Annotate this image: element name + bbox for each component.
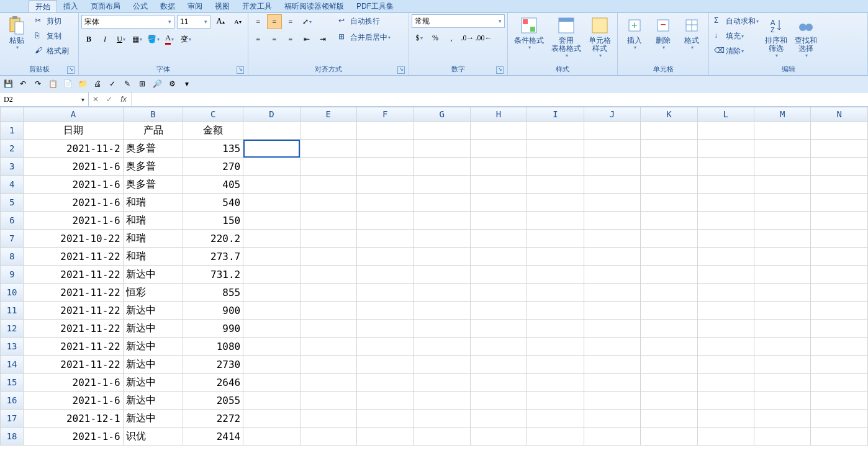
- cell-E6[interactable]: [300, 212, 356, 230]
- cell-J6[interactable]: [584, 212, 640, 230]
- cell-L5[interactable]: [697, 194, 754, 212]
- insert-cells-button[interactable]: +插入▾: [620, 14, 649, 52]
- cell-C12[interactable]: 990: [183, 320, 243, 338]
- cell-D7[interactable]: [243, 230, 300, 248]
- cell-A7[interactable]: 2021-10-22: [24, 230, 123, 248]
- cell-A2[interactable]: 2021-11-2: [24, 140, 123, 158]
- col-header-K[interactable]: K: [641, 107, 697, 122]
- undo-button[interactable]: ↶: [17, 78, 29, 89]
- cell-B13[interactable]: 新达中: [123, 338, 183, 356]
- cell-G10[interactable]: [414, 284, 470, 302]
- tab-review[interactable]: 审阅: [181, 0, 209, 12]
- col-header-C[interactable]: C: [183, 107, 243, 122]
- italic-button[interactable]: I: [97, 32, 112, 47]
- cell-D5[interactable]: [243, 194, 300, 212]
- qat-btn-8[interactable]: ✓: [107, 78, 118, 89]
- cell-H10[interactable]: [470, 284, 527, 302]
- row-header-9[interactable]: 9: [1, 266, 24, 284]
- cell-G16[interactable]: [414, 392, 470, 410]
- dialog-launcher-icon[interactable]: ↘: [237, 66, 244, 74]
- cell-N18[interactable]: [811, 428, 868, 446]
- formula-input[interactable]: [132, 92, 868, 106]
- align-right-button[interactable]: ≡: [283, 32, 298, 47]
- row-header-3[interactable]: 3: [1, 158, 24, 176]
- cell-M16[interactable]: [754, 392, 810, 410]
- cell-K11[interactable]: [641, 302, 697, 320]
- cell-K2[interactable]: [641, 140, 697, 158]
- fx-button[interactable]: fx: [116, 92, 132, 106]
- cell-F14[interactable]: [357, 356, 414, 374]
- cell-N5[interactable]: [811, 194, 868, 212]
- cell-E17[interactable]: [300, 410, 356, 428]
- qat-btn-11[interactable]: 🔎: [151, 78, 163, 89]
- qat-btn-10[interactable]: ⊞: [137, 78, 148, 89]
- decrease-decimal-button[interactable]: .00←: [476, 30, 491, 45]
- cell-A9[interactable]: 2021-11-22: [24, 266, 123, 284]
- cell-N4[interactable]: [811, 176, 868, 194]
- cell-I9[interactable]: [527, 266, 584, 284]
- cell-F5[interactable]: [357, 194, 414, 212]
- cell-H2[interactable]: [470, 140, 527, 158]
- cell-C11[interactable]: 900: [183, 302, 243, 320]
- cell-G2[interactable]: [414, 140, 470, 158]
- cell-I17[interactable]: [527, 410, 584, 428]
- cell-F18[interactable]: [357, 428, 414, 446]
- col-header-E[interactable]: E: [300, 107, 356, 122]
- orientation-button[interactable]: ⤢▾: [299, 14, 314, 29]
- cell-F17[interactable]: [357, 410, 414, 428]
- cell-H13[interactable]: [470, 338, 527, 356]
- cell-B7[interactable]: 和瑞: [123, 230, 183, 248]
- cell-M15[interactable]: [754, 374, 810, 392]
- cell-A4[interactable]: 2021-1-6: [24, 176, 123, 194]
- cell-J5[interactable]: [584, 194, 640, 212]
- cell-N16[interactable]: [811, 392, 868, 410]
- cell-M3[interactable]: [754, 158, 810, 176]
- cell-E9[interactable]: [300, 266, 356, 284]
- row-header-10[interactable]: 10: [1, 284, 24, 302]
- cell-C16[interactable]: 2055: [183, 392, 243, 410]
- row-header-18[interactable]: 18: [1, 428, 24, 446]
- border-button[interactable]: ▦▾: [130, 32, 145, 47]
- cell-B16[interactable]: 新达中: [123, 392, 183, 410]
- cell-H7[interactable]: [470, 230, 527, 248]
- cell-G4[interactable]: [414, 176, 470, 194]
- cell-H6[interactable]: [470, 212, 527, 230]
- row-header-17[interactable]: 17: [1, 410, 24, 428]
- tab-developer[interactable]: 开发工具: [236, 0, 278, 12]
- cell-I5[interactable]: [527, 194, 584, 212]
- tab-data[interactable]: 数据: [154, 0, 181, 12]
- qat-btn-6[interactable]: 📁: [77, 78, 88, 89]
- row-header-6[interactable]: 6: [1, 212, 24, 230]
- decrease-indent-button[interactable]: ⇤: [299, 32, 314, 47]
- cell-M1[interactable]: [754, 122, 810, 140]
- autosum-button[interactable]: Σ自动求和▾: [712, 14, 761, 28]
- cell-B3[interactable]: 奥多普: [123, 158, 183, 176]
- cell-I12[interactable]: [527, 320, 584, 338]
- cell-L17[interactable]: [697, 410, 754, 428]
- cell-L9[interactable]: [697, 266, 754, 284]
- col-header-I[interactable]: I: [527, 107, 584, 122]
- cell-B5[interactable]: 和瑞: [123, 194, 183, 212]
- cell-E2[interactable]: [300, 140, 356, 158]
- cell-C8[interactable]: 273.7: [183, 248, 243, 266]
- cell-K1[interactable]: [641, 122, 697, 140]
- cell-I2[interactable]: [527, 140, 584, 158]
- cell-F15[interactable]: [357, 374, 414, 392]
- cell-A13[interactable]: 2021-11-22: [24, 338, 123, 356]
- cell-J14[interactable]: [584, 356, 640, 374]
- cell-B12[interactable]: 新达中: [123, 320, 183, 338]
- qat-btn-12[interactable]: ⚙: [166, 78, 178, 89]
- cell-N2[interactable]: [811, 140, 868, 158]
- cell-G7[interactable]: [414, 230, 470, 248]
- cell-N17[interactable]: [811, 410, 868, 428]
- cell-N14[interactable]: [811, 356, 868, 374]
- cell-K15[interactable]: [641, 374, 697, 392]
- cell-L4[interactable]: [697, 176, 754, 194]
- col-header-M[interactable]: M: [754, 107, 810, 122]
- cell-K3[interactable]: [641, 158, 697, 176]
- copy-button[interactable]: ⎘复制: [32, 29, 71, 43]
- cell-K16[interactable]: [641, 392, 697, 410]
- cell-D17[interactable]: [243, 410, 300, 428]
- cell-I11[interactable]: [527, 302, 584, 320]
- cell-C17[interactable]: 2272: [183, 410, 243, 428]
